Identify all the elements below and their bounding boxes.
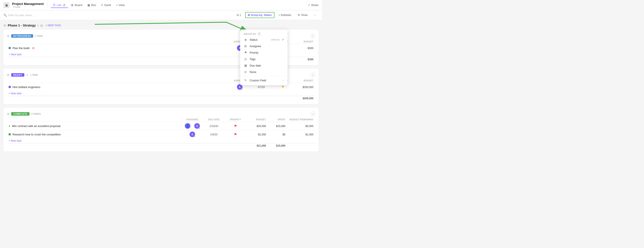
dropdown-item-assignee[interactable]: ⊞ Assignee <box>240 43 288 49</box>
in-progress-toggle[interactable]: ⊙ <box>7 34 10 38</box>
budget-value: $200,000 <box>302 86 314 89</box>
complete-toggle[interactable]: ⊙ <box>7 112 10 116</box>
main-content: ⊙ Phase 1 - Strategy ℹ ◎ + NEW TASK ⊙ IN… <box>0 20 322 158</box>
tab-gantt[interactable]: ≡ Gantt <box>99 2 113 8</box>
totals-due <box>250 96 272 101</box>
tags-option-icon: ◎ <box>244 57 248 61</box>
ready-col-budget: BUDGET <box>294 78 315 83</box>
status-option-default: (default) <box>271 38 280 41</box>
in-progress-add-button[interactable]: + <box>310 34 315 38</box>
new-task-cell[interactable]: + New task <box>7 138 315 144</box>
project-title: Project Management <box>12 2 44 6</box>
project-subtitle: · 4 Lists <box>12 6 44 8</box>
complete-table: ASSIGNEE DUE DATE PRIORITY BUDGET SPENT … <box>7 118 315 148</box>
show-button[interactable]: 👁 Show <box>295 12 310 18</box>
totals-due <box>203 144 225 148</box>
phase-info-icon[interactable]: ℹ <box>38 24 38 27</box>
totals-assignee <box>229 96 250 101</box>
priority-flag-yellow: ⚑ <box>281 85 284 89</box>
gantt-icon: ≡ <box>101 4 103 7</box>
status-group-complete: ⊙ COMPLETE 2 TASKS + ASSIGNEE DUE DATE P… <box>4 108 318 152</box>
dropdown-item-none[interactable]: ⊘ None <box>240 69 288 75</box>
budget-value: $300 <box>308 47 314 50</box>
dropdown-item-custom-field[interactable]: ✎ Custom Field › <box>240 77 288 84</box>
help-icon[interactable]: ? <box>258 32 261 36</box>
task-budget: $300 <box>294 44 315 52</box>
ready-add-button[interactable]: + <box>310 72 315 77</box>
subtasks-button[interactable]: ⤵ Subtasks <box>276 12 294 18</box>
phase-toggle[interactable]: ⊙ <box>4 24 6 27</box>
phase-target-icon[interactable]: ◎ <box>40 24 43 27</box>
dropdown-item-tags[interactable]: ◎ Tags <box>240 56 288 62</box>
dropdown-group-label: GROUP BY ? <box>240 31 288 36</box>
search-bar[interactable]: 🔍 Filter by task name... <box>4 14 232 17</box>
new-task-label[interactable]: + New task <box>8 139 22 142</box>
new-task-button[interactable]: + NEW TASK <box>46 24 61 27</box>
new-task-cell[interactable]: + New task <box>7 91 315 96</box>
dropdown-item-priority[interactable]: ⚑ Priority <box>240 49 288 56</box>
status-check-icon: ✓ <box>282 38 284 41</box>
task-assignee: A <box>182 130 203 139</box>
group-by-button[interactable]: ⊞ Group by: Status <box>245 12 274 18</box>
priority-option-label: Priority <box>250 51 284 54</box>
spent-value: $15,000 <box>276 125 286 128</box>
new-task-row: + New task <box>7 91 315 96</box>
ready-col-task <box>7 78 229 83</box>
list-icon: ☰ <box>53 4 56 7</box>
more-options-button[interactable]: ··· <box>312 12 318 18</box>
chevron-right-icon: › <box>283 79 284 82</box>
priority-option-icon: ⚑ <box>244 51 248 54</box>
task-name: Research how to crush the competition <box>12 133 61 136</box>
assignee-avatar: A <box>194 123 200 129</box>
subtasks-label: Subtasks <box>281 14 291 16</box>
total-spent-value: $15,000 <box>276 144 286 147</box>
ready-toggle[interactable]: ⊙ <box>7 73 10 77</box>
task-name-cell: Hire brilliant engineers <box>7 83 229 91</box>
ready-task-count: 1 TASK <box>30 74 38 76</box>
complete-column-headers: ASSIGNEE DUE DATE PRIORITY BUDGET SPENT … <box>7 118 315 122</box>
complete-col-remaining: BUDGET REMAINING <box>287 118 315 122</box>
tab-list-badge: 2 <box>62 4 66 7</box>
dropdown-item-due-date[interactable]: ▦ Due date <box>240 62 288 69</box>
phase-header: ⊙ Phase 1 - Strategy ℹ ◎ + NEW TASK <box>4 24 318 27</box>
totals-assignee <box>182 144 203 148</box>
dropdown-divider <box>240 76 288 76</box>
tab-view-add[interactable]: + View <box>114 2 127 8</box>
group-by-label: Group by: Status <box>251 14 272 16</box>
task-name-cell: Plan the build ⊘ <box>7 44 229 52</box>
tab-board[interactable]: ⊞ Board <box>69 2 84 8</box>
due-date-option-icon: ▦ <box>244 64 248 67</box>
status-option-label: Status <box>250 38 269 41</box>
custom-field-option-icon: ✎ <box>244 78 248 82</box>
status-option-icon: ◈ <box>244 38 248 41</box>
dropdown-item-status[interactable]: ◈ Status (default) ✓ <box>240 36 288 43</box>
show-label: Show <box>301 14 308 16</box>
search-icon: 🔍 <box>4 14 7 17</box>
tab-list[interactable]: ☰ List 2 <box>51 2 68 8</box>
task-name: Win contract with an excellent proposal <box>12 124 60 128</box>
nav-tabs: ☰ List 2 ⊞ Board ▦ Box ≡ Gantt + View <box>51 2 127 8</box>
task-budget: $20,000 <box>246 122 268 130</box>
totals-budget: $200,000 <box>294 96 315 101</box>
task-color-indicator <box>8 86 11 88</box>
share-button[interactable]: ⤢ Share <box>308 4 318 7</box>
complete-task-count: 2 TASKS <box>31 112 41 115</box>
tab-gantt-label: Gantt <box>104 4 111 7</box>
task-priority: ⚑ <box>225 130 246 139</box>
totals-empty <box>7 57 229 62</box>
assignee-option-icon: ⊞ <box>244 44 248 48</box>
share-icon: ⤢ <box>308 4 310 7</box>
budget-value: $20,000 <box>257 125 266 128</box>
remaining-value: $1,000 <box>306 133 314 136</box>
due-date-value: 2/4/20 <box>210 133 217 136</box>
complete-col-budget: BUDGET <box>246 118 268 122</box>
subtasks-icon: ⤵ <box>278 14 280 16</box>
new-task-label[interactable]: + New task <box>8 53 22 56</box>
new-task-row: + New task <box>7 138 315 144</box>
tab-box[interactable]: ▦ Box <box>85 2 98 8</box>
task-name: Plan the build <box>12 46 30 50</box>
complete-add-button[interactable]: + <box>310 112 315 116</box>
new-task-label[interactable]: + New task <box>8 92 22 95</box>
filter-button[interactable]: ⊟ 1 <box>234 12 244 18</box>
task-name-cell: ♦ Win contract with an excellent proposa… <box>7 122 182 130</box>
